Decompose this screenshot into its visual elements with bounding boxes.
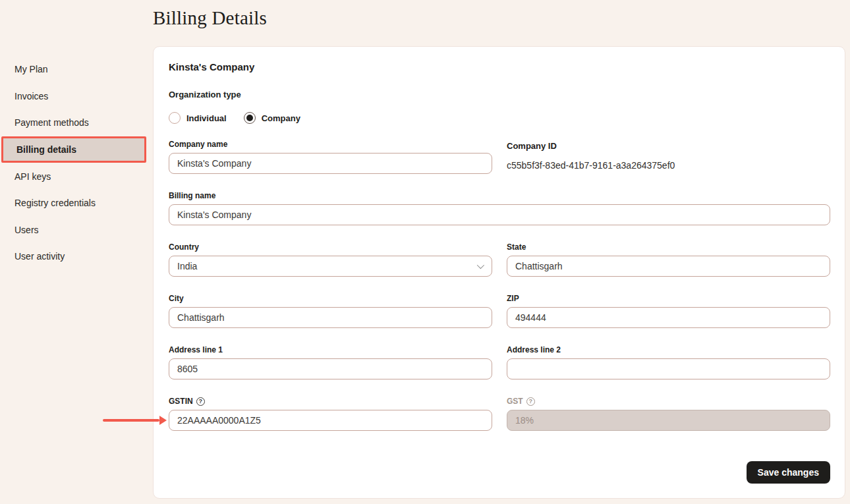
address-line-1-group: Address line 1 xyxy=(169,345,492,379)
page-title: Billing Details xyxy=(153,7,267,29)
address-line-2-label: Address line 2 xyxy=(507,345,830,354)
organization-type-label: Organization type xyxy=(169,90,830,99)
radio-circle-icon xyxy=(169,112,181,124)
company-name-input[interactable] xyxy=(169,153,492,174)
sidebar-item-billing-details[interactable]: Billing details xyxy=(1,136,146,163)
zip-label: ZIP xyxy=(507,294,830,303)
gst-help-icon[interactable]: ? xyxy=(526,397,535,406)
country-select[interactable]: India xyxy=(169,256,492,277)
sidebar-item-users[interactable]: Users xyxy=(0,217,153,244)
company-name-group: Company name xyxy=(169,140,492,174)
zip-group: ZIP xyxy=(507,294,830,328)
sidebar-item-registry-credentials[interactable]: Registry credentials xyxy=(0,190,153,217)
billing-form: Company name Company ID c55b5f3f-83ed-41… xyxy=(169,140,830,431)
gst-label: GST ? xyxy=(507,397,830,406)
address-line-1-label: Address line 1 xyxy=(169,345,492,354)
country-selected-value: India xyxy=(177,261,197,271)
company-id-value: c55b5f3f-83ed-41b7-9161-a3a264375ef0 xyxy=(507,160,830,171)
billing-sidebar: My Plan Invoices Payment methods Billing… xyxy=(0,56,153,270)
address-line-2-input[interactable] xyxy=(507,358,830,379)
radio-individual-label: Individual xyxy=(186,113,227,123)
gst-group: GST ? xyxy=(507,397,830,431)
save-changes-button[interactable]: Save changes xyxy=(747,461,830,484)
organization-type-radio-group: Individual Company xyxy=(169,112,830,124)
address-line-1-input[interactable] xyxy=(169,358,492,379)
sidebar-item-invoices[interactable]: Invoices xyxy=(0,83,153,110)
address-line-2-group: Address line 2 xyxy=(507,345,830,379)
zip-input[interactable] xyxy=(507,307,830,328)
annotation-arrow-line xyxy=(103,419,159,422)
gst-input-disabled xyxy=(507,410,830,431)
gstin-input[interactable] xyxy=(169,410,492,431)
gst-label-text: GST xyxy=(507,397,523,406)
radio-individual[interactable]: Individual xyxy=(169,112,227,124)
company-name-label: Company name xyxy=(169,140,492,149)
company-heading: Kinsta's Company xyxy=(169,61,830,72)
sidebar-item-my-plan[interactable]: My Plan xyxy=(0,56,153,83)
sidebar-item-api-keys[interactable]: API keys xyxy=(0,163,153,190)
state-label: State xyxy=(507,242,830,252)
city-group: City xyxy=(169,294,492,328)
company-id-group: Company ID c55b5f3f-83ed-41b7-9161-a3a26… xyxy=(507,140,830,174)
country-group: Country India xyxy=(169,242,492,277)
city-input[interactable] xyxy=(169,307,492,328)
chevron-down-icon xyxy=(477,262,484,269)
state-input[interactable] xyxy=(507,256,830,277)
gstin-help-icon[interactable]: ? xyxy=(196,397,205,406)
state-group: State xyxy=(507,242,830,277)
billing-name-input[interactable] xyxy=(169,204,830,225)
radio-company[interactable]: Company xyxy=(244,112,300,124)
gstin-label-text: GSTIN xyxy=(169,397,193,406)
gstin-group: GSTIN ? xyxy=(169,397,492,431)
company-id-label: Company ID xyxy=(507,141,830,151)
sidebar-item-user-activity[interactable]: User activity xyxy=(0,243,153,270)
billing-details-card: Kinsta's Company Organization type Indiv… xyxy=(153,46,845,499)
radio-circle-selected-icon xyxy=(244,112,256,124)
country-label: Country xyxy=(169,242,492,252)
sidebar-item-payment-methods[interactable]: Payment methods xyxy=(0,109,153,136)
city-label: City xyxy=(169,294,492,303)
gstin-label: GSTIN ? xyxy=(169,397,492,406)
billing-name-label: Billing name xyxy=(169,191,830,200)
billing-name-group: Billing name xyxy=(169,191,830,225)
radio-company-label: Company xyxy=(262,113,300,123)
